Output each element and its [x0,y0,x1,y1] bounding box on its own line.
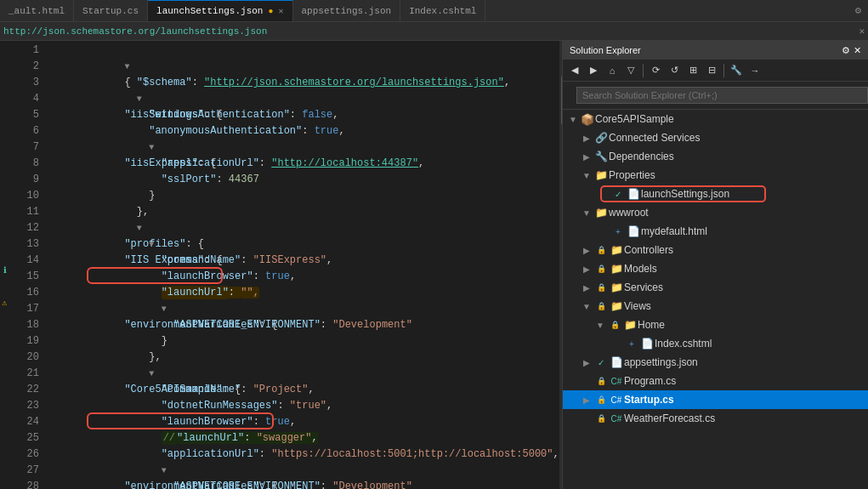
tree-item-services[interactable]: ▶ 🔒 📁 Services [563,278,868,297]
code-line-23: "launchBrowser": true, [51,398,559,414]
tree-item-dependencies[interactable]: ▶ 🔧 Dependencies [563,147,868,166]
code-line-4: "windowsAuthentication": false, [51,91,559,107]
weather-lock-icon: 🔒 [593,414,609,423]
se-forward-button[interactable]: ▶ [585,62,602,79]
tab-appsettings-json[interactable]: appsettings.json [293,0,401,21]
tree-label-wwwroot: wwwroot [609,207,649,219]
controllers-folder-icon: 📁 [609,244,624,256]
tree-arrow-controllers: ▶ [580,246,593,255]
tree-arrow-weatherforecast [580,414,593,424]
se-preview-button[interactable]: → [746,62,763,79]
tree-item-wwwroot[interactable]: ▼ 📁 wwwroot [563,203,868,222]
tree-item-program[interactable]: 🔒 C# Program.cs [563,372,868,390]
code-line-5: "anonymousAuthentication": true, [51,107,559,123]
wwwroot-folder-icon: 📁 [593,207,609,219]
tab-close-button[interactable]: ✕ [278,6,283,16]
tab-label: appsettings.json [302,6,392,16]
tree-item-views[interactable]: ▼ 🔒 📁 Views [563,297,868,316]
se-collapse-all-button[interactable]: ⊟ [703,62,720,79]
scrollbar-thumb[interactable] [561,75,562,126]
se-home-button[interactable]: ⌂ [604,62,621,79]
address-url: http://json.schemastore.org/launchsettin… [3,26,267,37]
tree-item-connected-services[interactable]: ▶ 🔗 Connected Services [563,128,868,147]
dependencies-icon: 🔧 [593,151,609,162]
tree-item-root[interactable]: ▼ 📦 Core5APISample [563,110,868,128]
se-toolbar: ◀ ▶ ⌂ ▽ ⟳ ↺ ⊞ ⊟ 🔧 → [563,60,868,82]
cs-program-icon: C# [609,377,624,386]
editor-scrollbar[interactable] [559,41,562,489]
code-line-19: }, [51,333,559,350]
warn-gutter-icon: ⚠ [2,298,7,308]
code-line-21: "commandName": "Project", [51,366,559,382]
close-address-bar[interactable]: ✕ [859,26,865,37]
launchsettings-check-icon: ✓ [610,190,626,199]
code-editor[interactable]: ▼ { "$schema": "http://json.schemastore.… [44,41,559,489]
se-refresh-button[interactable]: ↺ [666,62,683,79]
code-line-6: ▼ "iisExpress": { [51,123,559,139]
code-line-28: } [51,479,559,489]
solution-explorer-title: Solution Explorer [570,45,641,55]
tree-arrow-views: ▼ [580,302,593,311]
code-line-14: "launchBrowser": true, [51,253,559,269]
tree-label-dependencies: Dependencies [609,151,674,162]
tree-item-launchsettings[interactable]: ✓ 📄 launchSettings.json [563,185,868,203]
tree-item-properties[interactable]: ▼ 📁 Properties [563,166,868,185]
se-search-input[interactable] [576,87,868,104]
appsettings-file-icon: 📄 [609,356,624,368]
code-content[interactable]: ℹ ⚠ 12345 678910 1112131415 1617181920 2… [0,41,562,489]
html-file-icon: 📄 [626,225,641,237]
tab-gear-button[interactable]: ⚙ [848,4,868,17]
json-file-icon: 📄 [626,188,641,200]
code-line-3: ▼ "iisSettings": { [51,75,559,91]
tab-launchsettings-json[interactable]: launchSettings.json ● ✕ [148,0,292,21]
models-folder-icon: 📁 [609,263,624,275]
tree-item-models[interactable]: ▶ 🔒 📁 Models [563,259,868,278]
se-sync-button[interactable]: ⟳ [647,62,664,79]
se-back-button[interactable]: ◀ [566,62,583,79]
se-close-icon[interactable]: ✕ [854,45,861,56]
se-properties-button[interactable]: 🔧 [728,62,745,79]
launch-url-swagger-circle [87,412,274,429]
tree-arrow-appsettings: ▶ [580,358,593,367]
tree-label-mydefault: mydefault.html [641,225,707,237]
tree-label-root: Core5APISample [595,113,674,125]
html-plus-icon: + [610,227,626,236]
code-line-12: ▼ "IIS Express": { [51,220,559,236]
tree-item-startup[interactable]: ▶ 🔒 C# Startup.cs [563,390,868,409]
code-line-7: "applicationUrl": "http://localhost:4438… [51,139,559,156]
tab-index-cshtml[interactable]: Index.cshtml [400,0,485,21]
se-search-container [563,82,868,110]
tab-startup-cs[interactable]: Startup.cs [74,0,148,21]
home-lock-icon: 🔒 [607,321,622,329]
se-settings-icon[interactable]: ⚙ [842,45,850,56]
tree-item-index-cshtml[interactable]: + 📄 Index.cshtml [563,334,868,353]
line-numbers: 12345 678910 1112131415 1617181920 21222… [17,41,44,489]
tree-item-mydefault[interactable]: + 📄 mydefault.html [563,222,868,241]
tree-arrow-home: ▼ [593,321,607,330]
code-line-11: ▼ "profiles": { [51,204,559,220]
editor-area: ℹ ⚠ 12345 678910 1112131415 1617181920 2… [0,41,562,489]
tree-arrow-models: ▶ [580,264,593,274]
se-filter-button[interactable]: ▽ [622,62,639,79]
address-bar: http://json.schemastore.org/launchsettin… [0,22,868,41]
code-line-1: ▼ { [51,43,559,59]
tree-item-home[interactable]: ▼ 🔒 📁 Home [563,316,868,334]
tab-ault-html[interactable]: _ault.html [0,0,74,21]
services-lock-icon: 🔒 [593,283,609,292]
tree-label-properties: Properties [609,169,655,181]
launch-url-circle [87,267,223,284]
code-line-27: "ASPNETCORE_ENVIRONMENT": "Development" [51,463,559,479]
se-tree: ▼ 📦 Core5APISample ▶ 🔗 Connected Service… [563,110,868,489]
tree-arrow-index [610,339,624,349]
tree-label-views: Views [624,300,651,312]
code-line-24: //"launchUrl": "swagger", [51,414,559,430]
se-view-button[interactable]: ⊞ [684,62,701,79]
tree-item-appsettings[interactable]: ▶ ✓ 📄 appsettings.json [563,353,868,372]
home-folder-icon: 📁 [622,319,638,331]
tree-item-controllers[interactable]: ▶ 🔒 📁 Controllers [563,241,868,259]
code-line-17: "ASPNETCORE_ENVIRONMENT": "Development" [51,301,559,317]
cs-weather-icon: C# [609,414,624,424]
tree-item-weatherforecast[interactable]: 🔒 C# WeatherForecast.cs [563,409,868,428]
connected-services-icon: 🔗 [593,132,609,144]
code-line-26: ▼ "environmentVariables": { [51,446,559,463]
